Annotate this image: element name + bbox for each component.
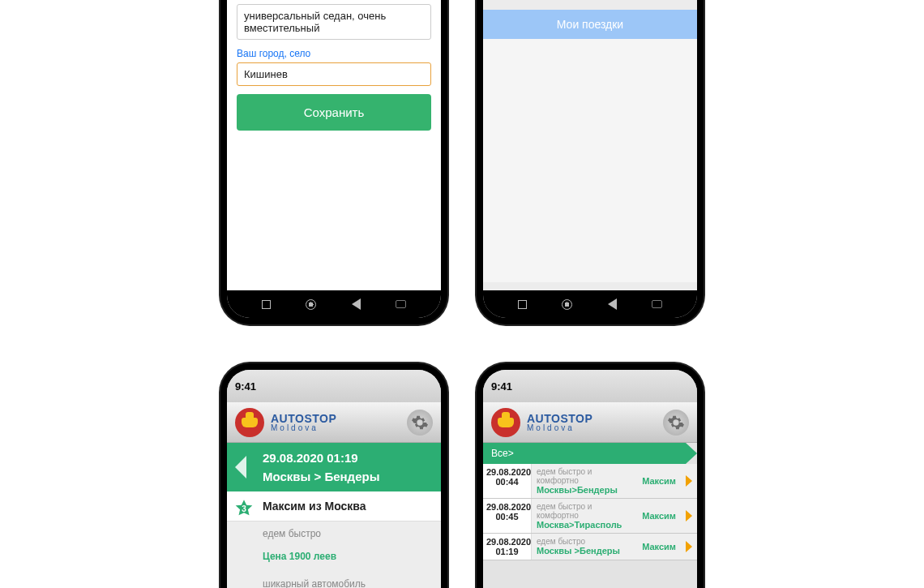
time: 00:45 [486,512,528,521]
list-item[interactable]: 29.08.2020 00:44 едем быстро и комфортно… [483,464,697,499]
chevron-right-icon [681,499,697,533]
city-group: Ваш город, село [237,48,431,86]
profile-form: Ваш телефон * Ваш язык Rom Rus Rus/Rom О… [227,0,441,144]
screen: ✚ Создать поездку Autostop Moldova объед… [483,0,697,318]
app-header: AUTOSTOP Moldova [483,402,697,443]
city-label: Ваш город, село [237,48,431,59]
phone-home: ✚ Создать поездку Autostop Moldova объед… [477,0,704,324]
home-icon[interactable] [306,299,316,310]
chevron-left-icon [235,456,246,479]
save-button[interactable]: Сохранить [237,94,431,131]
blank-area [483,39,697,282]
route: Москвы >Бендеры [537,546,632,556]
time: 01:19 [486,547,528,556]
status-bar: 9:41 [227,370,441,402]
driver-name: Максим [637,476,681,486]
back-icon[interactable] [608,298,617,310]
status-time: 9:41 [235,380,433,393]
trip-route: Москвы > Бендеры [263,470,431,483]
recent-icon[interactable] [518,300,527,309]
filter-all-button[interactable]: Все> [483,443,697,464]
date-col: 29.08.2020 00:45 [483,499,532,533]
driver-name: Максим из Москва [263,500,366,513]
android-nav [483,290,697,318]
driver-row[interactable]: 3 Максим из Москва [227,491,441,521]
phone-profile-form: Ваш телефон * Ваш язык Rom Rus Rus/Rom О… [220,0,447,324]
list-item[interactable]: 29.08.2020 01:19 едем быстро Москвы >Бен… [483,534,697,560]
driver-name: Максим [637,542,681,552]
mid-col: едем быстро и комфортно Москвы>Бендеры [532,464,637,498]
settings-button[interactable] [407,410,433,436]
subtitle: едем быстро [537,537,632,546]
car-input[interactable]: универсальный седан, очень вместительный [237,4,431,40]
route: Москвы>Бендеры [537,485,632,495]
chevron-right-icon [681,464,697,498]
logo-icon [235,408,264,437]
brand-line1: AUTOSTOP [527,413,592,424]
city-input[interactable] [237,62,431,86]
android-nav [227,290,441,318]
date: 29.08.2020 [486,502,528,512]
mid-col: едем быстро и комфортно Москва>Тирасполь [532,499,637,533]
date-col: 29.08.2020 00:44 [483,464,532,498]
home-icon[interactable] [562,299,572,310]
route: Москва>Тирасполь [537,520,632,530]
brand-line2: Moldova [271,424,336,432]
driver-name: Максим [637,511,681,521]
trip-note: едем быстро [227,521,441,546]
cast-icon[interactable] [652,300,662,308]
status-bar: 9:41 [483,370,697,402]
car-note: шикарный автомобиль [227,570,441,588]
back-icon[interactable] [352,298,361,310]
brand-line2: Moldova [527,424,592,432]
gear-icon [667,414,685,431]
status-time: 9:41 [491,380,689,393]
trip-price: Цена 1900 леев [227,546,441,570]
car-label: Опишите Ваш автомобиль [237,0,431,1]
brand: AUTOSTOP Moldova [527,413,592,432]
phone-trip-detail: 9:41 AUTOSTOP Moldova 29.08.2020 01:19 М… [220,363,447,588]
date: 29.08.2020 [486,467,528,477]
app-header: AUTOSTOP Moldova [227,402,441,443]
screen: 9:41 AUTOSTOP Moldova Все> 29.08.2020 00… [483,370,697,588]
list-item[interactable]: 29.08.2020 00:45 едем быстро и комфортно… [483,499,697,534]
subtitle: едем быстро и комфортно [537,502,632,520]
screen: 9:41 AUTOSTOP Moldova 29.08.2020 01:19 М… [227,370,441,588]
logo-icon [491,408,520,437]
date-col: 29.08.2020 01:19 [483,534,532,560]
gear-icon [411,414,429,431]
settings-button[interactable] [663,410,689,436]
phone-trip-list: 9:41 AUTOSTOP Moldova Все> 29.08.2020 00… [477,363,704,588]
chevron-right-icon [681,534,697,560]
star-icon: 3 [233,498,255,519]
recent-icon[interactable] [262,300,271,309]
brand-line1: AUTOSTOP [271,413,336,424]
date: 29.08.2020 [486,537,528,547]
trip-datetime: 29.08.2020 01:19 [263,451,431,465]
mid-col: едем быстро Москвы >Бендеры [532,534,637,560]
subtitle: едем быстро и комфортно [537,467,632,485]
time: 00:44 [486,477,528,487]
rating-value: 3 [233,498,255,519]
screen: Ваш телефон * Ваш язык Rom Rus Rus/Rom О… [227,0,441,318]
trip-header[interactable]: 29.08.2020 01:19 Москвы > Бендеры [227,443,441,491]
car-group: Опишите Ваш автомобиль универсальный сед… [237,0,431,43]
cast-icon[interactable] [396,300,406,308]
brand: AUTOSTOP Moldova [271,413,336,432]
my-trips-button[interactable]: Мои поездки [483,10,697,39]
